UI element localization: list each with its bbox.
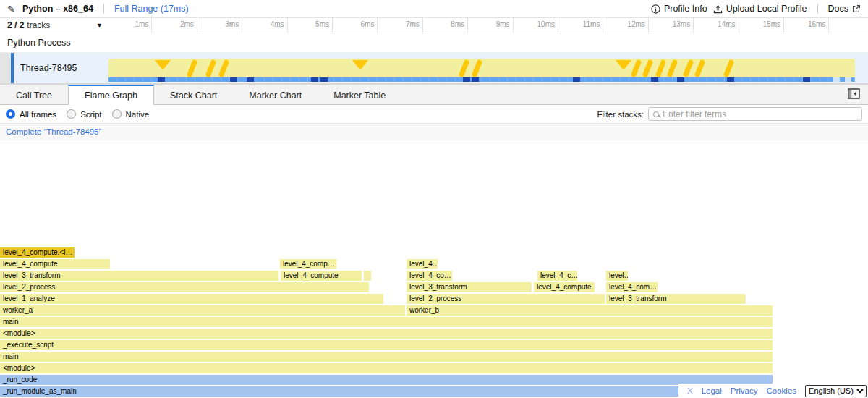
flame-frame[interactable]: level_4_compute <box>281 271 362 281</box>
upload-local-profile-button[interactable]: Upload Local Profile <box>713 4 807 14</box>
track-thread[interactable]: Thread-78495 <box>0 53 868 83</box>
radio-dot <box>6 109 15 119</box>
profile-name: Python – x86_64 <box>22 4 93 14</box>
ruler-tick: 14ms <box>694 18 739 33</box>
radio-script[interactable]: Script <box>67 109 101 119</box>
radio-label: Native <box>126 110 150 119</box>
sample-busy-segment <box>727 77 734 82</box>
tab-stack-chart[interactable]: Stack Chart <box>154 85 233 104</box>
radio-dot <box>67 109 76 119</box>
edit-profile-name-icon[interactable]: ✎ <box>7 4 15 14</box>
marker-interval-icon[interactable] <box>667 59 678 77</box>
footer-link-legal[interactable]: Legal <box>702 386 722 395</box>
full-range-link[interactable]: Full Range (17ms) <box>114 4 189 14</box>
marker-interval-icon[interactable] <box>472 59 483 77</box>
filter-searchbox[interactable] <box>648 107 862 121</box>
radio-native[interactable]: Native <box>112 109 150 119</box>
marker-interval-icon[interactable] <box>683 59 694 77</box>
tab-call-tree[interactable]: Call Tree <box>0 85 68 104</box>
flame-frame[interactable]: worker_b <box>407 305 773 316</box>
flame-frame[interactable]: <module> <box>0 363 773 373</box>
sample-idle-segment <box>845 77 851 82</box>
chevron-down-icon: ▼ <box>96 22 103 29</box>
activity-graph[interactable] <box>109 59 855 77</box>
frame-filter-radios: All framesScriptNative <box>6 109 149 119</box>
ruler-tick: 12ms <box>603 18 648 33</box>
thread-track-visualization[interactable] <box>109 53 855 83</box>
tracks-dropdown[interactable]: 2 / 2 tracks ▼ <box>0 18 107 33</box>
flame-frame[interactable]: level_3_transform <box>407 282 532 292</box>
flame-graph-canvas[interactable]: level_4_compute.<l…level_4_computelevel_… <box>0 140 868 398</box>
flame-frame[interactable]: _run_code <box>0 375 773 385</box>
external-link-icon <box>852 4 861 13</box>
panel-settings: All framesScriptNative Filter stacks: <box>0 105 868 124</box>
ruler-tick: 4ms <box>242 18 287 33</box>
tab-marker-table[interactable]: Marker Table <box>318 85 401 104</box>
marker-interval-icon[interactable] <box>642 59 654 77</box>
sample-idle-segment <box>833 77 840 82</box>
flame-frame[interactable]: level_4_c… <box>537 271 577 281</box>
sample-busy-segment <box>230 77 237 82</box>
flame-frame[interactable]: worker_a <box>0 305 405 316</box>
flame-frame[interactable]: main <box>0 317 773 327</box>
profile-info-label: Profile Info <box>664 4 707 14</box>
flame-frame[interactable]: level_4_comp… <box>280 259 336 269</box>
sample-busy-segment <box>158 77 165 82</box>
footer-bar: XLegalPrivacyCookiesEnglish (US) <box>678 384 868 398</box>
samples-strip[interactable] <box>109 77 855 82</box>
marker-triangle-icon[interactable] <box>616 60 631 70</box>
flame-frame[interactable]: level_4_compute <box>0 259 110 269</box>
ruler-tick: 16ms <box>784 18 829 33</box>
footer-link-cookies[interactable]: Cookies <box>767 386 797 395</box>
marker-interval-icon[interactable] <box>694 59 706 77</box>
timeline-header: 2 / 2 tracks ▼ 1ms2ms3ms4ms5ms6ms7ms8ms9… <box>0 18 868 33</box>
flame-frame[interactable]: main <box>0 352 773 362</box>
flame-frame[interactable]: level_4… <box>407 259 438 269</box>
info-icon <box>651 4 660 14</box>
ruler-tick: 9ms <box>468 18 513 33</box>
sidebar-toggle-button[interactable] <box>846 88 861 101</box>
tab-flame-graph[interactable]: Flame Graph <box>68 85 154 105</box>
selected-track-accent <box>11 53 14 83</box>
upload-icon <box>713 4 723 14</box>
footer-link-x[interactable]: X <box>687 386 693 395</box>
marker-triangle-icon[interactable] <box>352 60 368 70</box>
marker-interval-icon[interactable] <box>655 59 667 77</box>
radio-all-frames[interactable]: All frames <box>6 109 56 119</box>
marker-interval-icon[interactable] <box>459 59 470 77</box>
track-python-process[interactable]: Python Process <box>0 33 868 53</box>
flame-frame[interactable]: level_4_compute.<l… <box>0 247 75 258</box>
flame-frame[interactable]: level_4_co… <box>407 271 452 281</box>
flame-frame[interactable] <box>364 271 371 281</box>
flame-frame[interactable]: level… <box>606 271 628 281</box>
marker-interval-icon[interactable] <box>631 59 642 77</box>
ruler-tick: 15ms <box>739 18 784 33</box>
flame-frame[interactable]: _execute_script <box>0 340 773 350</box>
timeline-ruler[interactable]: 1ms2ms3ms4ms5ms6ms7ms8ms9ms10ms11ms12ms1… <box>107 18 868 33</box>
flame-frame[interactable]: level_4_compute <box>534 282 595 292</box>
flame-frame[interactable]: level_1_analyze <box>0 294 383 304</box>
footer-link-privacy[interactable]: Privacy <box>731 386 758 395</box>
flame-frame[interactable]: level_3_transform <box>606 294 746 304</box>
tracks-word: tracks <box>27 20 50 30</box>
flame-frame[interactable]: level_2_process <box>407 294 605 304</box>
divider <box>817 4 818 14</box>
filter-input[interactable] <box>663 109 857 119</box>
docs-button[interactable]: Docs <box>828 4 861 14</box>
ruler-tick: 2ms <box>152 18 197 33</box>
flame-frame[interactable]: level_3_transform <box>0 271 278 281</box>
marker-interval-icon[interactable] <box>205 59 217 77</box>
tab-marker-chart[interactable]: Marker Chart <box>233 85 318 104</box>
flame-frame[interactable]: _run_module_as_main <box>0 386 773 397</box>
breadcrumb-complete-thread[interactable]: Complete “Thread-78495” <box>6 127 101 136</box>
marker-interval-icon[interactable] <box>218 59 230 77</box>
thread-track-label: Thread-78495 <box>20 53 77 83</box>
marker-triangle-icon[interactable] <box>155 60 171 70</box>
flame-frame[interactable]: <module> <box>0 329 773 339</box>
language-select[interactable]: English (US) <box>805 385 867 397</box>
marker-interval-icon[interactable] <box>187 59 198 77</box>
flame-frame[interactable]: level_2_process <box>0 282 369 292</box>
flame-frame[interactable]: level_4_com… <box>606 282 658 292</box>
profile-info-button[interactable]: Profile Info <box>651 4 707 14</box>
marker-interval-icon[interactable] <box>723 59 735 77</box>
